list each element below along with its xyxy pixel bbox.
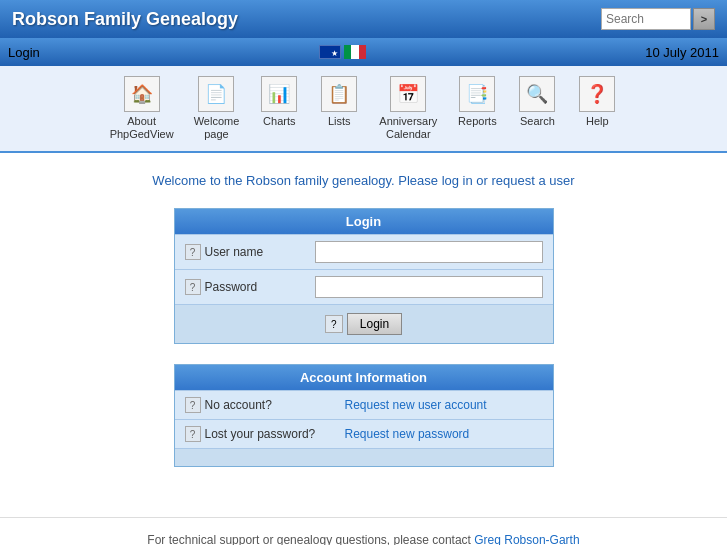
password-label: ? Password: [185, 279, 315, 295]
nav-search[interactable]: 🔍 Search: [509, 72, 565, 145]
footer-text: For technical support or genealogy quest…: [147, 533, 474, 545]
flag-italy-red: [359, 45, 366, 59]
login-form: Login ? User name ? Password ? Login: [174, 208, 554, 344]
account-form-header: Account Information: [175, 365, 553, 390]
nav-anniversary-label: AnniversaryCalendar: [379, 115, 437, 141]
login-button[interactable]: Login: [347, 313, 402, 335]
login-btn-icon: ?: [325, 315, 343, 333]
request-password-link[interactable]: Request new password: [345, 427, 470, 441]
username-row: ? User name: [175, 234, 553, 269]
account-form: Account Information ? No account? Reques…: [174, 364, 554, 467]
flag-italy-green: [344, 45, 351, 59]
lost-password-help-icon[interactable]: ?: [185, 426, 201, 442]
search-area: >: [601, 8, 715, 30]
charts-icon: 📊: [261, 76, 297, 112]
nav-charts-label: Charts: [263, 115, 295, 128]
login-bar: Login 10 July 2011: [0, 38, 727, 66]
search-icon: 🔍: [519, 76, 555, 112]
calendar-icon: 📅: [390, 76, 426, 112]
nav-about[interactable]: 🏠 AboutPhpGedView: [102, 72, 182, 145]
password-row: ? Password: [175, 269, 553, 304]
home-icon: 🏠: [124, 76, 160, 112]
nav-welcome-label: Welcomepage: [194, 115, 240, 141]
footer-link[interactable]: Greg Robson-Garth: [474, 533, 579, 545]
reports-icon: 📑: [459, 76, 495, 112]
flag-italy-white: [351, 45, 358, 59]
footer: For technical support or genealogy quest…: [0, 517, 727, 545]
username-label: ? User name: [185, 244, 315, 260]
lists-icon: 📋: [321, 76, 357, 112]
username-input[interactable]: [315, 241, 543, 263]
lost-password-row: ? Lost your password? Request new passwo…: [175, 419, 553, 448]
login-form-header: Login: [175, 209, 553, 234]
nav-help-label: Help: [586, 115, 609, 128]
no-account-label: ? No account?: [185, 397, 345, 413]
nav-about-label: AboutPhpGedView: [110, 115, 174, 141]
main-content: Welcome to the Robson family genealogy. …: [0, 153, 727, 507]
login-bar-label: Login: [8, 45, 40, 60]
username-help-icon[interactable]: ?: [185, 244, 201, 260]
nav-charts[interactable]: 📊 Charts: [251, 72, 307, 145]
account-form-footer: [175, 448, 553, 466]
date-label: 10 July 2011: [645, 45, 719, 60]
nav-lists[interactable]: 📋 Lists: [311, 72, 367, 145]
help-icon: ❓: [579, 76, 615, 112]
nav-search-label: Search: [520, 115, 555, 128]
login-button-row: ? Login: [175, 304, 553, 343]
flag-australia: [319, 45, 341, 59]
site-title: Robson Family Genealogy: [12, 9, 238, 30]
request-account-link[interactable]: Request new user account: [345, 398, 487, 412]
no-account-help-icon[interactable]: ?: [185, 397, 201, 413]
login-button-wrapper: ? Login: [325, 313, 402, 335]
lost-password-label: ? Lost your password?: [185, 426, 345, 442]
nav-anniversary[interactable]: 📅 AnniversaryCalendar: [371, 72, 445, 145]
nav-reports-label: Reports: [458, 115, 497, 128]
nav-lists-label: Lists: [328, 115, 351, 128]
password-help-icon[interactable]: ?: [185, 279, 201, 295]
password-input[interactable]: [315, 276, 543, 298]
search-input[interactable]: [601, 8, 691, 30]
no-account-row: ? No account? Request new user account: [175, 390, 553, 419]
nav-help[interactable]: ❓ Help: [569, 72, 625, 145]
nav-bar: 🏠 AboutPhpGedView 📄 Welcomepage 📊 Charts…: [0, 66, 727, 153]
flag-italy: [344, 45, 366, 59]
nav-welcome[interactable]: 📄 Welcomepage: [186, 72, 248, 145]
flags: [319, 45, 366, 59]
page-icon: 📄: [198, 76, 234, 112]
nav-reports[interactable]: 📑 Reports: [449, 72, 505, 145]
header: Robson Family Genealogy >: [0, 0, 727, 38]
search-button[interactable]: >: [693, 8, 715, 30]
welcome-message: Welcome to the Robson family genealogy. …: [30, 173, 697, 188]
